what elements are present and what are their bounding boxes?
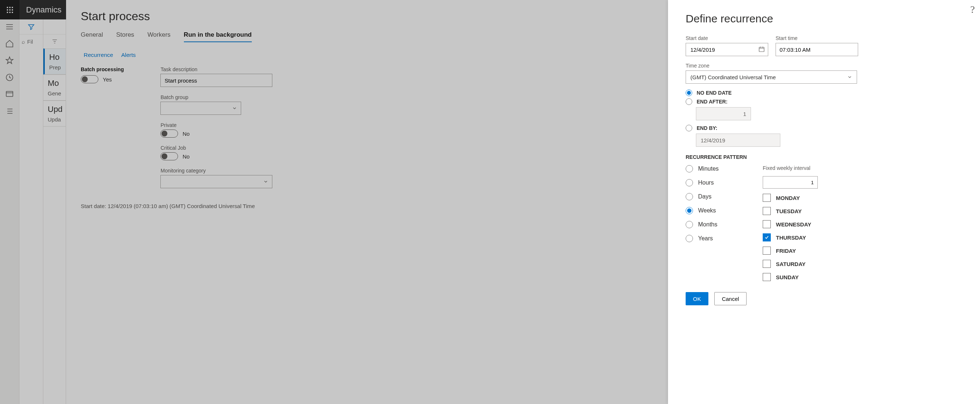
time-zone-select[interactable]: (GMT) Coordinated Universal Time bbox=[686, 70, 857, 84]
unit-days[interactable]: Days bbox=[686, 193, 719, 200]
no-end-date-radio[interactable] bbox=[686, 89, 692, 96]
check-icon bbox=[764, 235, 769, 240]
checkbox-thursday[interactable] bbox=[763, 233, 771, 242]
unit-minutes[interactable]: Minutes bbox=[686, 165, 719, 172]
end-option-no-end-date[interactable]: NO END DATE bbox=[686, 89, 963, 96]
cancel-button[interactable]: Cancel bbox=[714, 292, 747, 305]
svg-rect-10 bbox=[6, 91, 13, 97]
batch-group-select[interactable] bbox=[161, 102, 241, 115]
tab-run-in-background[interactable]: Run in the background bbox=[184, 31, 252, 42]
pane-title: Define recurrence bbox=[686, 13, 963, 25]
svg-rect-3 bbox=[6, 9, 8, 10]
list-filter-icon[interactable] bbox=[51, 38, 58, 45]
recent-button[interactable] bbox=[5, 73, 14, 82]
chevron-down-icon bbox=[263, 179, 268, 184]
time-zone-label: Time zone bbox=[686, 63, 963, 68]
fixed-interval-label: Fixed weekly interval bbox=[763, 165, 818, 171]
end-by-radio[interactable] bbox=[686, 125, 692, 131]
unit-hours-radio[interactable] bbox=[686, 179, 693, 186]
end-after-count-input[interactable] bbox=[696, 107, 751, 120]
icon-rail bbox=[0, 19, 19, 404]
menu-button[interactable] bbox=[5, 22, 14, 31]
batch-processing-toggle[interactable] bbox=[81, 75, 99, 83]
nav-card-update[interactable]: Upd Upda bbox=[43, 100, 66, 127]
subtab-alerts[interactable]: Alerts bbox=[121, 52, 136, 58]
unit-years-radio[interactable] bbox=[686, 235, 693, 242]
day-friday[interactable]: FRIDAY bbox=[763, 247, 818, 254]
checkbox-wednesday[interactable] bbox=[763, 220, 771, 228]
end-option-end-after[interactable]: END AFTER: bbox=[686, 99, 963, 105]
clock-icon bbox=[5, 73, 14, 82]
star-icon bbox=[5, 56, 14, 65]
day-thursday-label: THURSDAY bbox=[776, 234, 806, 241]
unit-weeks[interactable]: Weeks bbox=[686, 207, 719, 214]
unit-years[interactable]: Years bbox=[686, 235, 719, 242]
day-sunday-label: SUNDAY bbox=[776, 274, 799, 280]
search-icon: ⌕ bbox=[22, 38, 25, 45]
unit-hours[interactable]: Hours bbox=[686, 179, 719, 186]
nav-card-holiday[interactable]: Ho Prep bbox=[43, 48, 66, 75]
form-row: Batch processing Yes Task description Ba… bbox=[81, 67, 653, 188]
list-icon bbox=[5, 107, 14, 116]
modules-button[interactable] bbox=[5, 107, 14, 116]
weekly-options: Fixed weekly interval MONDAY TUESDAY WED… bbox=[763, 165, 818, 281]
day-friday-label: FRIDAY bbox=[776, 248, 796, 254]
day-tuesday[interactable]: TUESDAY bbox=[763, 207, 818, 215]
tab-workers[interactable]: Workers bbox=[148, 31, 171, 42]
end-by-date-input[interactable] bbox=[696, 134, 780, 147]
subtab-recurrence[interactable]: Recurrence bbox=[84, 52, 113, 58]
checkbox-monday[interactable] bbox=[763, 194, 771, 202]
filter-button[interactable] bbox=[19, 19, 43, 34]
workspaces-button[interactable] bbox=[5, 90, 14, 99]
favorites-button[interactable] bbox=[5, 56, 14, 65]
checkbox-tuesday[interactable] bbox=[763, 207, 771, 215]
end-option-end-by[interactable]: END BY: bbox=[686, 125, 963, 131]
tab-general[interactable]: General bbox=[81, 31, 103, 42]
day-monday[interactable]: MONDAY bbox=[763, 194, 818, 202]
day-saturday[interactable]: SATURDAY bbox=[763, 260, 818, 268]
app-launcher-button[interactable] bbox=[0, 0, 19, 19]
nav-card-sub: Gene bbox=[48, 90, 61, 97]
start-date-input[interactable] bbox=[690, 46, 752, 53]
help-button[interactable]: ? bbox=[970, 4, 975, 16]
nav-panel: Ho Prep Mo Gene Upd Upda bbox=[43, 19, 66, 404]
critical-job-label: Critical Job bbox=[161, 145, 272, 151]
tabs: General Stores Workers Run in the backgr… bbox=[81, 31, 653, 42]
end-after-radio[interactable] bbox=[686, 99, 692, 105]
end-after-label: END AFTER: bbox=[697, 99, 727, 105]
fixed-interval-input[interactable] bbox=[763, 176, 818, 189]
day-sunday[interactable]: SUNDAY bbox=[763, 273, 818, 281]
filter-input[interactable] bbox=[26, 38, 41, 45]
monitoring-category-select[interactable] bbox=[161, 175, 272, 188]
start-date-input-wrap[interactable] bbox=[686, 43, 768, 56]
page-title: Start process bbox=[81, 10, 653, 23]
day-monday-label: MONDAY bbox=[776, 195, 800, 201]
unit-days-radio[interactable] bbox=[686, 193, 693, 200]
chevron-down-icon bbox=[232, 106, 237, 111]
ok-button[interactable]: OK bbox=[686, 292, 708, 305]
day-wednesday[interactable]: WEDNESDAY bbox=[763, 220, 818, 228]
private-toggle[interactable] bbox=[161, 129, 178, 138]
subtabs: Recurrence Alerts bbox=[81, 52, 653, 58]
unit-months[interactable]: Months bbox=[686, 221, 719, 228]
nav-card-monthly[interactable]: Mo Gene bbox=[43, 75, 66, 100]
nav-card-title: Mo bbox=[48, 78, 61, 88]
svg-rect-11 bbox=[759, 47, 764, 51]
chevron-down-icon bbox=[847, 75, 852, 80]
unit-weeks-radio[interactable] bbox=[686, 207, 693, 214]
calendar-icon[interactable] bbox=[758, 46, 765, 54]
time-zone-value: (GMT) Coordinated Universal Time bbox=[690, 74, 776, 80]
critical-job-toggle[interactable] bbox=[161, 152, 178, 161]
unit-months-radio[interactable] bbox=[686, 221, 693, 228]
start-time-input[interactable] bbox=[776, 43, 858, 56]
checkbox-friday[interactable] bbox=[763, 247, 771, 254]
unit-minutes-radio[interactable] bbox=[686, 165, 693, 172]
task-description-input[interactable] bbox=[161, 74, 272, 87]
tab-stores[interactable]: Stores bbox=[116, 31, 134, 42]
checkbox-saturday[interactable] bbox=[763, 260, 771, 268]
checkbox-sunday[interactable] bbox=[763, 273, 771, 281]
day-saturday-label: SATURDAY bbox=[776, 261, 806, 267]
home-button[interactable] bbox=[5, 39, 14, 48]
day-thursday[interactable]: THURSDAY bbox=[763, 233, 818, 242]
page-content: Start process General Stores Workers Run… bbox=[66, 0, 668, 404]
